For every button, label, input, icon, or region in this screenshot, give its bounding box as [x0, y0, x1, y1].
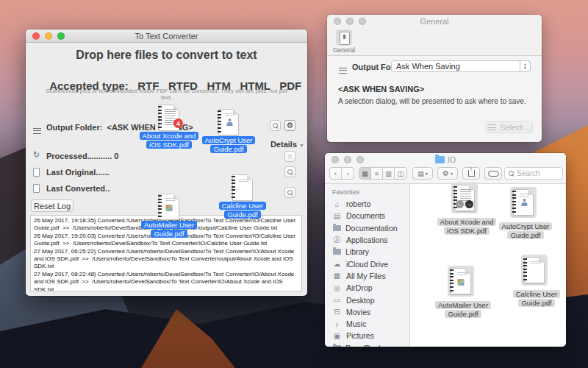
- list-view-button[interactable]: ≡: [371, 168, 383, 179]
- close-button[interactable]: [32, 32, 40, 40]
- desktop: To Text Converter Drop here files to con…: [0, 0, 588, 368]
- close-button[interactable]: [334, 18, 341, 25]
- zoom-button[interactable]: [57, 32, 65, 40]
- home-icon: ⌂: [332, 200, 342, 208]
- file-label: AutoMailer UserGuide.pdf: [129, 221, 209, 238]
- count-badge: 4: [173, 118, 183, 128]
- desktop-icon: ▭: [332, 296, 342, 304]
- cloud-icon: ☁: [332, 260, 342, 268]
- sidebar-item-documents[interactable]: ▤Documents: [325, 210, 409, 222]
- minimize-button[interactable]: [344, 156, 351, 163]
- drop-headline: Drop here files to convert to text: [26, 49, 307, 62]
- clear-button[interactable]: ×: [284, 151, 295, 162]
- ask-when-saving-heading: <ASK WHEN SAVING>: [338, 85, 424, 93]
- window-title: General: [420, 17, 448, 26]
- dropdown-icon: ▾: [451, 171, 453, 176]
- nav-buttons: ‹ ›: [329, 167, 354, 180]
- sidebar-item-develbash[interactable]: DevelBash: [325, 342, 409, 347]
- popup-value: Ask When Saving: [396, 62, 460, 71]
- applications-icon: Ⓐ: [332, 235, 342, 245]
- stack-icon: ▦: [332, 272, 342, 280]
- gear-icon: ⚙: [287, 121, 294, 130]
- action-button[interactable]: ⚙▾: [437, 167, 458, 180]
- search-input[interactable]: [517, 169, 558, 177]
- minimize-button[interactable]: [346, 18, 354, 25]
- sidebar-item-music[interactable]: ♪Music: [325, 318, 409, 330]
- gear-icon: ⚙: [442, 169, 449, 177]
- icon-view-button[interactable]: ▦: [359, 168, 371, 179]
- last-converted-row: Last Converted..: [46, 184, 110, 193]
- output-folder-popup[interactable]: Ask When Saving ▴▾: [391, 60, 531, 72]
- reset-log-button[interactable]: Reset Log: [31, 199, 74, 212]
- caret-down-icon: ▼: [299, 143, 304, 148]
- share-button[interactable]: [462, 167, 480, 180]
- airdrop-icon: ◎: [332, 284, 342, 292]
- list-icon: [488, 124, 496, 130]
- sidebar-item-documentation[interactable]: Documentation: [325, 222, 409, 234]
- last-original-row: Last Original......: [46, 168, 110, 177]
- pdf-file-icon: [159, 194, 179, 220]
- scan-warning-note: Scannerized pics of text embedded inside…: [40, 88, 293, 101]
- sidebar-item-library[interactable]: Library: [325, 246, 409, 258]
- arrange-icon: ▤: [417, 170, 424, 177]
- pdf-file-icon: [524, 257, 545, 283]
- pdf-file-icon: [218, 109, 239, 135]
- view-switcher: ▦ ≡ ▥ ◫: [359, 167, 407, 180]
- sidebar-item-all-my-files[interactable]: ▦All My Files: [325, 270, 409, 282]
- refresh-icon: ↻: [33, 150, 40, 160]
- selection-highlight: [521, 255, 548, 286]
- page-back-overlay-icon: ←: [456, 200, 464, 208]
- settings-button[interactable]: ⚙: [284, 120, 295, 131]
- search-icon: [287, 169, 293, 175]
- folder-icon: [333, 225, 341, 231]
- column-view-button[interactable]: ▥: [383, 168, 395, 179]
- select-folder-button[interactable]: Select…: [486, 121, 533, 133]
- zoom-button[interactable]: [356, 156, 364, 163]
- search-field[interactable]: [504, 167, 563, 180]
- minimize-button[interactable]: [45, 32, 52, 40]
- search-original-button[interactable]: [284, 166, 295, 177]
- processed-count: 0: [114, 152, 118, 160]
- document-icon: ▤: [332, 212, 342, 220]
- details-disclosure[interactable]: Details ▼: [263, 140, 304, 149]
- file-label: AutoMailer UserGuide.pdf: [423, 301, 503, 318]
- sidebar-item-pictures[interactable]: ▣Pictures: [325, 330, 409, 342]
- sidebar-item-airdrop[interactable]: ◎AirDrop: [325, 282, 409, 294]
- output-folder-icon: [339, 63, 347, 77]
- search-icon: [509, 171, 514, 177]
- preferences-titlebar[interactable]: General: [327, 15, 542, 28]
- converter-titlebar[interactable]: To Text Converter: [26, 29, 307, 43]
- file-label: AutoCrypt UserGuide.pdf: [188, 136, 269, 153]
- file-item-calcline[interactable]: Calcline UserGuide.pdf: [232, 174, 253, 201]
- search-converted-button[interactable]: [284, 187, 295, 198]
- pdf-file-icon: [451, 268, 471, 294]
- finder-window: IO ‹ › ▦ ≡ ▥ ◫ ▤▾ ⚙▾: [325, 153, 566, 347]
- search-icon: [287, 190, 293, 196]
- zoom-button[interactable]: [359, 18, 366, 25]
- finder-header: IO ‹ › ▦ ≡ ▥ ◫ ▤▾ ⚙▾: [325, 153, 566, 184]
- selection-highlight: ← →: [451, 183, 478, 213]
- output-folder-icon: [33, 124, 41, 137]
- folder-icon: [333, 249, 341, 255]
- last-converted-doc-icon: [33, 183, 40, 196]
- file-item-about-xcode[interactable]: 4 About Xcode andiOS SDK.pdf: [159, 105, 179, 131]
- sidebar-item-desktop[interactable]: ▭Desktop: [325, 294, 409, 305]
- converter-window: To Text Converter Drop here files to con…: [26, 29, 307, 296]
- sidebar-item-roberto[interactable]: ⌂roberto: [325, 198, 409, 210]
- movies-icon: ⊟: [332, 308, 342, 316]
- back-button[interactable]: ‹: [330, 168, 342, 179]
- toolbar-tab-general[interactable]: General: [333, 29, 355, 54]
- folder-icon: [435, 156, 445, 163]
- forward-button[interactable]: ›: [342, 168, 354, 179]
- file-item-autocrypt[interactable]: AutoCrypt UserGuide.pdf: [218, 109, 239, 135]
- processed-row: Processed........... 0: [46, 152, 118, 160]
- search-output-button[interactable]: [270, 120, 281, 131]
- tag-button[interactable]: [484, 167, 502, 180]
- coverflow-view-button[interactable]: ◫: [395, 168, 406, 179]
- arrange-button[interactable]: ▤▾: [412, 167, 433, 180]
- sidebar-item-applications[interactable]: ⒶApplications: [325, 234, 409, 246]
- file-item-automailer[interactable]: AutoMailer UserGuide.pdf: [159, 194, 179, 220]
- sidebar-item-icloud-drive[interactable]: ☁iCloud Drive: [325, 258, 409, 269]
- close-button[interactable]: [331, 156, 339, 163]
- sidebar-item-movies[interactable]: ⊟Movies: [325, 306, 409, 318]
